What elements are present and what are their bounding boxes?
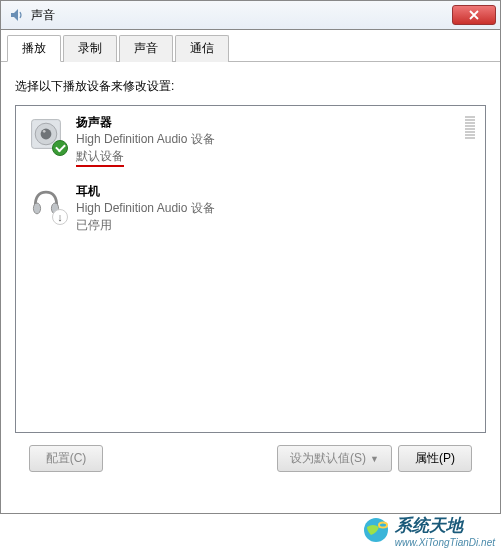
tab-content: 选择以下播放设备来修改设置: 扬声器 High Definition Audio…	[1, 62, 500, 494]
device-item-headphones[interactable]: 耳机 High Definition Audio 设备 已停用	[16, 175, 485, 242]
device-item-speakers[interactable]: 扬声器 High Definition Audio 设备 默认设备	[16, 106, 485, 175]
headphones-icon	[26, 183, 66, 223]
close-icon	[469, 10, 479, 20]
device-name: 扬声器	[76, 114, 455, 131]
volume-icon	[9, 7, 25, 23]
default-check-badge	[52, 140, 68, 156]
watermark-text: 系统天地 www.XiTongTianDi.net	[395, 514, 495, 548]
watermark: 系统天地 www.XiTongTianDi.net	[361, 514, 495, 548]
tab-sounds[interactable]: 声音	[119, 35, 173, 62]
device-info: 耳机 High Definition Audio 设备 已停用	[76, 183, 475, 234]
bottom-bar: 配置(C) 设为默认值(S)▼ 属性(P)	[15, 433, 486, 484]
set-default-label: 设为默认值(S)	[290, 451, 366, 465]
level-meter	[465, 116, 475, 139]
device-name: 耳机	[76, 183, 475, 200]
chevron-down-icon: ▼	[370, 454, 379, 464]
device-list[interactable]: 扬声器 High Definition Audio 设备 默认设备	[15, 105, 486, 433]
set-default-button[interactable]: 设为默认值(S)▼	[277, 445, 392, 472]
close-button[interactable]	[452, 5, 496, 25]
title-left: 声音	[9, 7, 55, 24]
svg-point-2	[41, 129, 52, 140]
tab-playback[interactable]: 播放	[7, 35, 61, 62]
tab-strip: 播放 录制 声音 通信	[1, 30, 500, 62]
tab-communications[interactable]: 通信	[175, 35, 229, 62]
speaker-icon	[26, 114, 66, 154]
disabled-badge	[52, 209, 68, 225]
device-status: 已停用	[76, 217, 475, 234]
bottom-right: 设为默认值(S)▼ 属性(P)	[277, 445, 472, 472]
device-info: 扬声器 High Definition Audio 设备 默认设备	[76, 114, 455, 167]
svg-point-3	[43, 130, 46, 133]
svg-point-4	[33, 203, 40, 214]
watermark-main: 系统天地	[395, 514, 495, 537]
dialog-body: 播放 录制 声音 通信 选择以下播放设备来修改设置: 扬声器	[0, 30, 501, 514]
device-desc: High Definition Audio 设备	[76, 200, 475, 217]
title-bar: 声音	[0, 0, 501, 30]
configure-button[interactable]: 配置(C)	[29, 445, 103, 472]
device-desc: High Definition Audio 设备	[76, 131, 455, 148]
watermark-sub: www.XiTongTianDi.net	[395, 537, 495, 548]
window-title: 声音	[31, 7, 55, 24]
instruction-text: 选择以下播放设备来修改设置:	[15, 78, 486, 95]
status-highlight: 默认设备	[76, 148, 124, 167]
tab-recording[interactable]: 录制	[63, 35, 117, 62]
properties-button[interactable]: 属性(P)	[398, 445, 472, 472]
globe-icon	[361, 515, 391, 548]
device-status: 默认设备	[76, 148, 455, 167]
